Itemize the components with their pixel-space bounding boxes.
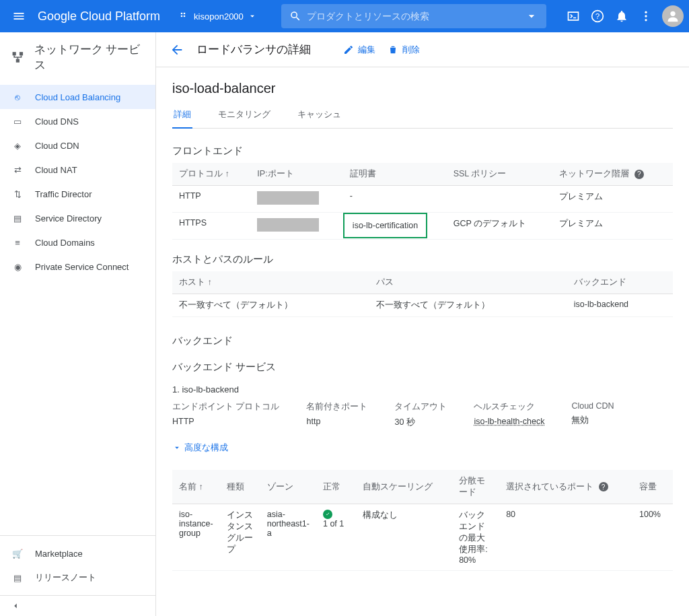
table-row: iso-instance-group インスタンス グループ asia-nort… — [172, 504, 673, 571]
delete-button[interactable]: 削除 — [388, 44, 420, 56]
page-title: ロードバランサの詳細 — [196, 42, 311, 57]
sidebar-item-marketplace[interactable]: 🛒Marketplace — [0, 541, 155, 566]
more-icon[interactable] — [638, 8, 654, 24]
backend-title: バックエンド — [172, 335, 673, 347]
svg-text:?: ? — [595, 11, 600, 20]
svg-point-9 — [670, 11, 675, 16]
chevron-down-icon — [172, 443, 182, 452]
tab-details[interactable]: 詳細 — [172, 108, 192, 129]
frontend-table: プロトコル ↑ IP:ポート 証明書 SSL ポリシー ネットワーク階層 ? H… — [172, 163, 673, 240]
svg-rect-10 — [13, 52, 16, 55]
svg-point-3 — [184, 15, 186, 18]
svg-point-7 — [645, 15, 647, 17]
sidebar-item-cloud-nat[interactable]: ⇄Cloud NAT — [0, 158, 155, 182]
svg-point-0 — [181, 13, 183, 15]
trash-icon — [388, 44, 398, 55]
caret-down-icon — [248, 11, 257, 21]
edit-button[interactable]: 編集 — [343, 44, 375, 56]
svg-rect-12 — [16, 59, 20, 63]
sidebar-item-service-directory[interactable]: ▤Service Directory — [0, 206, 155, 230]
sidebar-item-cloud-domains[interactable]: ≡Cloud Domains — [0, 230, 155, 254]
cloud-shell-icon[interactable] — [565, 8, 581, 24]
tab-monitoring[interactable]: モニタリング — [217, 108, 272, 128]
sidebar-header: ネットワーク サービス — [0, 32, 155, 82]
project-picker[interactable]: kisopon2000 — [174, 8, 262, 24]
health-check-link[interactable]: iso-lb-health-check — [474, 417, 544, 426]
topbar: Google Cloud Platform kisopon2000 ? — [0, 0, 689, 32]
help-icon[interactable]: ? — [634, 170, 644, 179]
svg-rect-11 — [20, 52, 23, 55]
chevron-down-icon[interactable] — [525, 9, 538, 23]
advanced-config-toggle[interactable]: 高度な構成 — [172, 442, 673, 454]
back-button[interactable] — [170, 42, 184, 57]
nat-icon: ⇄ — [11, 165, 24, 175]
sidebar-item-load-balancing[interactable]: ⎋Cloud Load Balancing — [0, 85, 155, 109]
frontend-title: フロントエンド — [172, 145, 673, 158]
sidebar: ネットワーク サービス ⎋Cloud Load Balancing ▭Cloud… — [0, 32, 156, 616]
search-input[interactable] — [307, 11, 519, 22]
help-icon[interactable]: ? — [599, 482, 608, 491]
notifications-icon[interactable] — [614, 8, 630, 24]
project-name: kisopon2000 — [194, 11, 244, 22]
table-row: HTTPS iso-lb-certification GCP のデフォルト プレ… — [172, 213, 673, 240]
marketplace-icon: 🛒 — [11, 549, 24, 559]
healthy-icon — [323, 510, 332, 519]
lb-name: iso-load-balancer — [172, 81, 673, 96]
chevron-left-icon — [11, 601, 20, 611]
redacted-ip — [257, 191, 319, 205]
network-services-icon — [11, 50, 25, 65]
sidebar-item-release-notes[interactable]: ▤リリースノート — [0, 566, 155, 590]
svg-point-2 — [181, 15, 183, 18]
table-row: HTTP - プレミアム — [172, 186, 673, 213]
psc-icon: ◉ — [11, 262, 24, 272]
table-row: 不一致すべて（デフォルト） 不一致すべて（デフォルト） iso-lb-backe… — [172, 294, 673, 317]
svg-point-6 — [645, 11, 647, 13]
cdn-icon: ◈ — [11, 141, 24, 151]
backend-service-title: バックエンド サービス — [172, 361, 673, 374]
backend-service-name: 1. iso-lb-backend — [172, 384, 673, 395]
notes-icon: ▤ — [11, 573, 24, 583]
hostpath-table: ホスト ↑ パス バックエンド 不一致すべて（デフォルト） 不一致すべて（デフォ… — [172, 271, 673, 317]
pencil-icon — [343, 44, 354, 55]
sidebar-item-traffic-director[interactable]: ⇅Traffic Director — [0, 182, 155, 206]
main-content: ロードバランサの詳細 編集 削除 iso-load-balancer 詳細 モニ… — [156, 32, 689, 616]
sidebar-item-private-service-connect[interactable]: ◉Private Service Connect — [0, 254, 155, 279]
nav-menu-button[interactable] — [5, 3, 32, 30]
domains-icon: ≡ — [11, 238, 24, 248]
redacted-ip — [257, 218, 319, 232]
sidebar-item-cloud-dns[interactable]: ▭Cloud DNS — [0, 109, 155, 133]
hostpath-title: ホストとパスのルール — [172, 253, 673, 266]
tab-bar: 詳細 モニタリング キャッシュ — [172, 108, 673, 129]
gcp-title: Google Cloud Platform — [38, 9, 160, 24]
svg-point-1 — [184, 13, 186, 15]
traffic-icon: ⇅ — [11, 189, 24, 199]
help-icon[interactable]: ? — [589, 8, 606, 24]
load-balancing-icon: ⎋ — [11, 92, 24, 102]
sidebar-item-cloud-cdn[interactable]: ◈Cloud CDN — [0, 133, 155, 158]
tab-cache[interactable]: キャッシュ — [296, 108, 342, 128]
search-box[interactable] — [281, 4, 546, 28]
directory-icon: ▤ — [11, 213, 24, 224]
svg-point-8 — [645, 19, 647, 21]
sidebar-collapse[interactable] — [0, 595, 155, 616]
search-icon — [289, 10, 301, 22]
account-avatar[interactable] — [662, 5, 684, 27]
dns-icon: ▭ — [11, 116, 24, 127]
certificate-highlight[interactable]: iso-lb-certification — [343, 213, 427, 238]
backend-instances-table: 名前 ↑ 種類 ゾーン 正常 自動スケーリング 分散モード 選択されているポート… — [172, 470, 673, 571]
